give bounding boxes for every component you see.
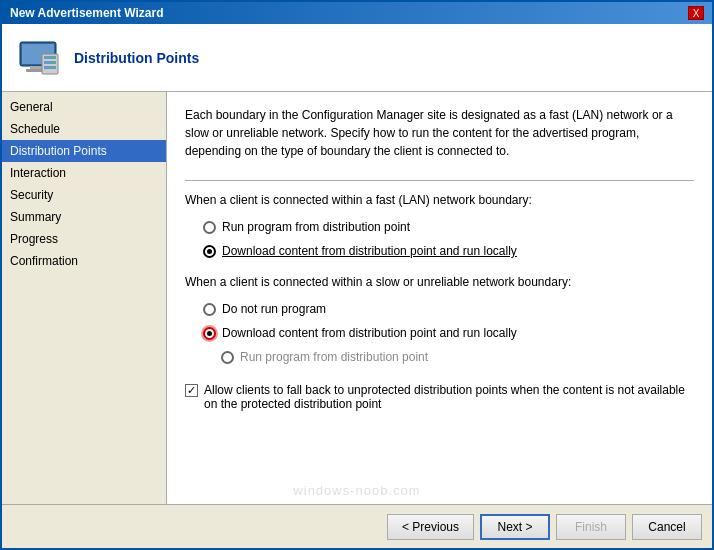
slow-run-from-dp-label: Run program from distribution point [240, 350, 428, 364]
next-button[interactable]: Next > [480, 514, 550, 540]
svg-rect-5 [44, 56, 56, 59]
sidebar-item-summary[interactable]: Summary [2, 206, 166, 228]
svg-rect-7 [44, 66, 56, 69]
header-banner: Distribution Points [2, 24, 712, 92]
fast-lan-label: When a client is connected within a fast… [185, 193, 694, 207]
footer: < Previous Next > Finish Cancel [2, 504, 712, 548]
sidebar-item-security[interactable]: Security [2, 184, 166, 206]
separator [185, 180, 694, 181]
sidebar-item-interaction[interactable]: Interaction [2, 162, 166, 184]
sidebar-item-general[interactable]: General [2, 96, 166, 118]
sidebar-item-progress[interactable]: Progress [2, 228, 166, 250]
fast-run-from-dp-radio[interactable] [203, 221, 216, 234]
slow-run-from-dp-option[interactable]: Run program from distribution point [221, 350, 694, 364]
svg-point-9 [52, 61, 54, 63]
close-button[interactable]: X [688, 6, 704, 20]
main-content: Each boundary in the Configuration Manag… [167, 92, 712, 504]
slow-download-option[interactable]: Download content from distribution point… [203, 326, 694, 340]
fast-run-from-dp-label: Run program from distribution point [222, 220, 410, 234]
cancel-button[interactable]: Cancel [632, 514, 702, 540]
finish-button[interactable]: Finish [556, 514, 626, 540]
sidebar-item-confirmation[interactable]: Confirmation [2, 250, 166, 272]
svg-rect-6 [44, 61, 56, 64]
slow-network-label: When a client is connected within a slow… [185, 275, 694, 289]
fast-download-label: Download content from distribution point… [222, 244, 517, 258]
svg-point-10 [52, 66, 54, 68]
slow-download-radio[interactable] [203, 327, 216, 340]
description-text: Each boundary in the Configuration Manag… [185, 106, 694, 160]
svg-point-8 [52, 56, 54, 58]
fallback-checkbox[interactable] [185, 384, 198, 397]
fallback-checkbox-label: Allow clients to fall back to unprotecte… [204, 383, 694, 411]
slow-do-not-run-label: Do not run program [222, 302, 326, 316]
slow-do-not-run-radio[interactable] [203, 303, 216, 316]
dialog-window: New Advertisement Wizard X Distribution … [0, 0, 714, 550]
slow-download-label: Download content from distribution point… [222, 326, 517, 340]
fast-download-option[interactable]: Download content from distribution point… [203, 244, 694, 258]
slow-run-from-dp-radio[interactable] [221, 351, 234, 364]
title-bar: New Advertisement Wizard X [2, 2, 712, 24]
sidebar: General Schedule Distribution Points Int… [2, 92, 167, 504]
previous-button[interactable]: < Previous [387, 514, 474, 540]
sidebar-item-schedule[interactable]: Schedule [2, 118, 166, 140]
slow-do-not-run-option[interactable]: Do not run program [203, 302, 694, 316]
content-area: General Schedule Distribution Points Int… [2, 92, 712, 504]
header-title: Distribution Points [74, 50, 199, 66]
fallback-checkbox-option[interactable]: Allow clients to fall back to unprotecte… [185, 383, 694, 411]
wizard-icon [14, 34, 62, 82]
dialog-title: New Advertisement Wizard [10, 6, 164, 20]
fast-run-from-dp-option[interactable]: Run program from distribution point [203, 220, 694, 234]
sidebar-item-distribution-points[interactable]: Distribution Points [2, 140, 166, 162]
fast-download-radio[interactable] [203, 245, 216, 258]
